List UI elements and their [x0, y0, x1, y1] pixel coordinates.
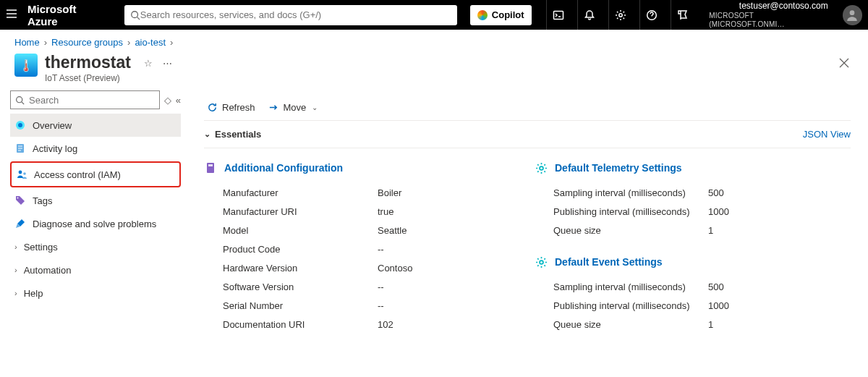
- sidebar-item-overview[interactable]: Overview: [10, 114, 181, 137]
- diagnose-icon: [14, 218, 26, 229]
- copilot-label: Copilot: [492, 9, 524, 20]
- page-header: 🌡️ thermostat IoT Asset (Preview) ☆ ⋯: [0, 52, 868, 89]
- sidebar-item-label: Tags: [33, 195, 52, 206]
- close-icon[interactable]: [835, 54, 854, 75]
- property-key: Publishing interval (milliseconds): [535, 300, 708, 311]
- property-value: 500: [708, 187, 724, 198]
- sidebar-item-label: Diagnose and solve problems: [33, 219, 156, 229]
- section-header: Default Telemetry Settings: [535, 161, 851, 174]
- essentials-toggle[interactable]: ⌄ Essentials: [204, 129, 261, 140]
- property-value: 1: [708, 319, 713, 330]
- svg-point-14: [540, 166, 543, 170]
- global-search[interactable]: [124, 5, 457, 25]
- chevron-down-icon: ⌄: [204, 130, 210, 139]
- notifications-icon[interactable]: [577, 0, 601, 30]
- sidebar-item-diagnose[interactable]: Diagnose and solve problems: [10, 212, 181, 235]
- property-key: Documentation URI: [204, 319, 378, 330]
- right-column: Default Telemetry SettingsSampling inter…: [535, 161, 851, 334]
- json-view-link[interactable]: JSON View: [803, 129, 851, 140]
- essentials-label-text: Essentials: [215, 129, 261, 140]
- property-row: Software Version--: [204, 277, 520, 296]
- property-value: Seattle: [378, 225, 407, 236]
- move-label: Move: [284, 102, 307, 113]
- refresh-label: Refresh: [222, 102, 255, 113]
- move-button[interactable]: Move ⌄: [268, 102, 318, 113]
- property-value: true: [378, 206, 393, 217]
- property-value: Contoso: [378, 263, 412, 274]
- svg-point-0: [132, 11, 138, 17]
- access-control-icon: [16, 169, 27, 180]
- avatar[interactable]: [843, 5, 862, 25]
- property-value: 1: [708, 225, 713, 236]
- property-key: Sampling interval (milliseconds): [535, 281, 708, 292]
- sidebar-item-label: Overview: [33, 120, 72, 131]
- page-title: thermostat: [45, 54, 131, 72]
- global-search-input[interactable]: [140, 9, 451, 20]
- breadcrumb-item[interactable]: aio-test: [135, 37, 166, 48]
- sidebar-item-access-control[interactable]: Access control (IAM): [12, 163, 179, 186]
- account-info[interactable]: testuser@contoso.com MICROSOFT (MICROSOF…: [702, 1, 832, 28]
- property-row: Publishing interval (milliseconds)1000: [535, 202, 851, 221]
- topbar: Microsoft Azure Copilot testuser@contoso…: [0, 0, 868, 30]
- section-title: Additional Configuration: [224, 162, 343, 174]
- property-value: --: [378, 300, 384, 311]
- breadcrumb-item[interactable]: Resource groups: [51, 37, 123, 48]
- property-key: Product Code: [204, 244, 378, 255]
- help-icon[interactable]: [639, 0, 663, 30]
- chevron-down-icon: ⌄: [312, 103, 318, 111]
- sidebar-item-settings[interactable]: › Settings: [10, 235, 181, 258]
- more-icon[interactable]: ⋯: [163, 58, 172, 69]
- search-icon: [15, 96, 25, 105]
- account-tenant: MICROSOFT (MICROSOFT.ONMI…: [709, 12, 827, 29]
- additional-configuration-section: Additional Configuration ManufacturerBoi…: [204, 161, 520, 334]
- sidebar-item-label: Activity log: [33, 143, 77, 154]
- sidebar-item-label: Settings: [24, 242, 58, 253]
- svg-point-5: [17, 96, 22, 102]
- brand[interactable]: Microsoft Azure: [27, 3, 107, 27]
- property-row: Sampling interval (milliseconds)500: [535, 183, 851, 202]
- property-key: Manufacturer URI: [204, 206, 378, 217]
- refresh-button[interactable]: Refresh: [207, 102, 255, 113]
- property-key: Publishing interval (milliseconds): [535, 206, 708, 217]
- property-key: Software Version: [204, 281, 378, 292]
- svg-rect-1: [553, 11, 563, 19]
- property-key: Model: [204, 225, 378, 236]
- settings-icon[interactable]: [608, 0, 632, 30]
- svg-point-15: [540, 260, 543, 264]
- command-bar: Refresh Move ⌄: [204, 95, 851, 121]
- hamburger-icon[interactable]: [6, 8, 17, 22]
- cloud-shell-icon[interactable]: [546, 0, 570, 30]
- property-key: Queue size: [535, 225, 708, 236]
- chevron-right-icon: ›: [14, 242, 17, 251]
- property-value: 1000: [708, 300, 729, 311]
- sidebar-search-input[interactable]: [29, 95, 155, 106]
- copilot-button[interactable]: Copilot: [470, 5, 532, 25]
- property-row: Product Code--: [204, 240, 520, 258]
- svg-point-7: [18, 123, 22, 127]
- copilot-icon: [477, 10, 488, 20]
- property-value: 500: [708, 281, 724, 292]
- breadcrumb: Home › Resource groups › aio-test ›: [0, 30, 868, 52]
- property-value: Boiler: [378, 187, 401, 198]
- expand-collapse-icon[interactable]: ◇: [164, 95, 171, 106]
- chevron-right-icon: ›: [44, 37, 47, 48]
- sidebar-item-automation[interactable]: › Automation: [10, 258, 181, 281]
- property-row: Manufacturer URItrue: [204, 202, 520, 221]
- section-title: Default Event Settings: [555, 256, 663, 268]
- feedback-icon[interactable]: [671, 0, 694, 30]
- config-icon: [204, 161, 217, 174]
- svg-point-9: [18, 170, 22, 174]
- sidebar-search[interactable]: [10, 90, 160, 109]
- collapse-sidebar-icon[interactable]: «: [176, 95, 181, 106]
- chevron-right-icon: ›: [14, 266, 17, 274]
- breadcrumb-item[interactable]: Home: [14, 37, 40, 48]
- resource-icon: 🌡️: [14, 54, 38, 77]
- sidebar-item-tags[interactable]: Tags: [10, 189, 181, 212]
- svg-point-4: [850, 10, 855, 15]
- property-value: 102: [378, 319, 393, 330]
- pin-icon[interactable]: ☆: [144, 58, 153, 69]
- sidebar-item-activity-log[interactable]: Activity log: [10, 137, 181, 160]
- account-user: testuser@contoso.com: [739, 1, 828, 11]
- sidebar-item-help[interactable]: › Help: [10, 281, 181, 305]
- svg-point-11: [17, 198, 19, 199]
